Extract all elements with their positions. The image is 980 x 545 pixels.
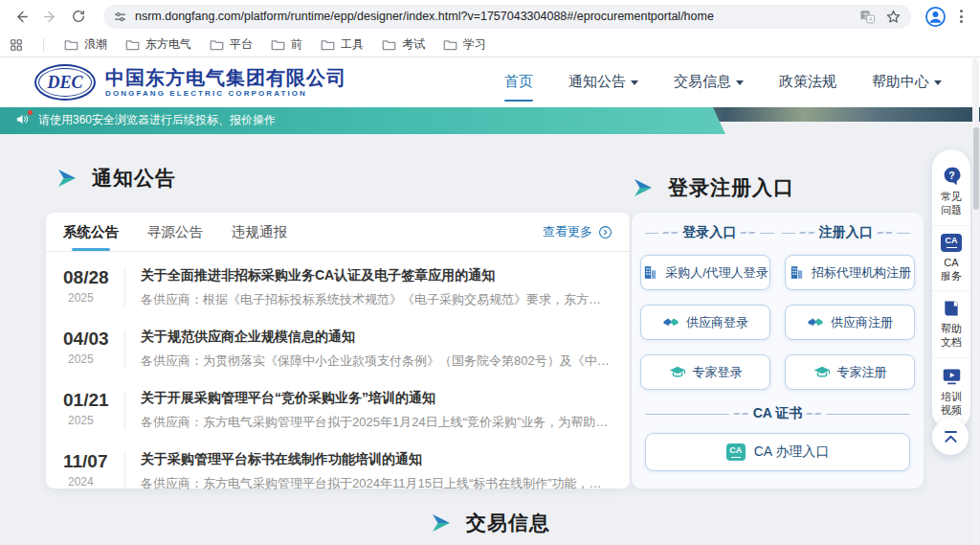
- forward-icon[interactable]: [38, 5, 61, 28]
- svg-text:A: A: [869, 16, 873, 22]
- nav-policies[interactable]: 政策法规: [779, 73, 836, 93]
- login-column-header: 登录入口: [641, 224, 778, 241]
- reload-icon[interactable]: [67, 5, 90, 28]
- announcement-title[interactable]: 关于全面推进非招标采购业务CA认证及电子签章应用的通知: [141, 267, 612, 284]
- announcement-row[interactable]: 11/07 2024 关于采购管理平台标书在线制作功能培训的通知 各供应商：东方…: [63, 441, 612, 502]
- nav-label: 首页: [504, 73, 533, 91]
- announcement-desc: 各供应商：根据《电子招标投标系统技术规范》《电子采购交易规范》要求，东方电气采购…: [141, 291, 612, 308]
- section-arrow-icon: [56, 167, 78, 190]
- announcement-title[interactable]: 关于规范供应商企业规模信息的通知: [141, 329, 612, 346]
- bookmark-label[interactable]: 平台: [230, 36, 253, 53]
- announcement-desc: 各供应商：为贯彻落实《保障中小企业款项支付条例》（国务院令第802号）及《中小企…: [141, 352, 612, 370]
- bookmark-label[interactable]: 浪潮: [84, 36, 107, 53]
- bookmark-folder[interactable]: 浪潮: [64, 36, 107, 53]
- dropdown-caret-icon: [631, 80, 638, 85]
- register-column-header: 注册入口: [778, 224, 915, 241]
- bookmarks-bar: 浪潮 东方电气 平台 前 工具 考试: [0, 33, 980, 57]
- bookmark-folder[interactable]: 工具: [321, 36, 364, 53]
- expert-register-button[interactable]: 专家注册: [785, 354, 915, 390]
- nav-label: 政策法规: [779, 73, 836, 91]
- supplier-login-button[interactable]: 供应商登录: [640, 305, 770, 340]
- browser-menu-icon[interactable]: [956, 6, 967, 27]
- announcement-row[interactable]: 08/28 2025 关于全面推进非招标采购业务CA认证及电子签章应用的通知 各…: [63, 257, 612, 318]
- tab-system-announcements[interactable]: 系统公告: [63, 213, 119, 251]
- divider: [124, 453, 125, 490]
- floating-sidebar: ? 常见问题 CA CA 服务 帮助文档 培训视频: [932, 149, 970, 430]
- supplier-register-button[interactable]: 供应商注册: [785, 305, 915, 340]
- chevron-circle-icon: [598, 225, 612, 239]
- bidding-agency-register-button[interactable]: 招标代理机构注册: [785, 255, 915, 290]
- announcement-date: 08/28 2025: [63, 267, 121, 305]
- back-to-top-button[interactable]: [932, 419, 969, 455]
- building-icon: [789, 264, 805, 281]
- announcement-title[interactable]: 关于开展采购管理平台“竞价采购业务”培训的通知: [141, 390, 612, 407]
- announcement-row[interactable]: 01/21 2025 关于开展采购管理平台“竞价采购业务”培训的通知 各供应商：…: [63, 379, 612, 441]
- ca-service-item[interactable]: CA CA 服务: [932, 225, 970, 291]
- browser-actions: [924, 6, 970, 28]
- tab-sourcing-announcements[interactable]: 寻源公告: [147, 213, 203, 251]
- announcements-section-title: 通知公告: [56, 165, 176, 192]
- site-settings-icon[interactable]: [113, 10, 127, 24]
- announcement-tabs: 系统公告 寻源公告 违规通报 查看更多: [46, 213, 630, 252]
- graduation-cap-icon: [813, 364, 831, 381]
- page: nsrm.dongfang.com/platform/runtime/epp/d…: [0, 0, 980, 545]
- apps-grid-icon[interactable]: [10, 38, 23, 52]
- nav-label: 帮助中心: [872, 73, 929, 91]
- url-text[interactable]: nsrm.dongfang.com/platform/runtime/epp/d…: [135, 10, 859, 23]
- section-arrow-icon: [632, 176, 655, 199]
- divider: [124, 330, 125, 368]
- graduation-cap-icon: [669, 364, 686, 381]
- bookmark-label[interactable]: 东方电气: [145, 36, 191, 53]
- bookmark-folder[interactable]: 考试: [382, 36, 425, 53]
- bookmark-label[interactable]: 工具: [341, 36, 364, 53]
- company-name-cn: 中国东方电气集团有限公司: [105, 67, 346, 89]
- company-logo[interactable]: DEC 中国东方电气集团有限公司 DONGFANG ELECTRIC CORPO…: [34, 64, 346, 101]
- translate-icon[interactable]: 文A: [859, 9, 876, 25]
- page-scrollbar[interactable]: [972, 58, 979, 545]
- bookmark-folder[interactable]: 平台: [210, 36, 253, 53]
- announcement-row[interactable]: 04/03 2025 关于规范供应商企业规模信息的通知 各供应商：为贯彻落实《保…: [63, 318, 612, 379]
- announcement-desc: 各供应商：东方电气采购管理平台拟于2024年11月15日上线“标书在线制作”功能…: [141, 475, 612, 492]
- scrollbar-thumb[interactable]: [973, 127, 979, 210]
- nav-announcements[interactable]: 通知公告: [568, 73, 638, 93]
- faq-item[interactable]: ? 常见问题: [932, 158, 970, 225]
- bookmark-star-icon[interactable]: [885, 9, 902, 25]
- company-name-en: DONGFANG ELECTRIC CORPORATION: [105, 89, 346, 98]
- building-icon: [642, 264, 658, 281]
- dropdown-caret-icon: [934, 80, 942, 85]
- bookmark-folder[interactable]: 学习: [443, 36, 486, 53]
- bookmarks-divider: [43, 38, 44, 52]
- divider: [124, 392, 125, 429]
- url-bar[interactable]: nsrm.dongfang.com/platform/runtime/epp/d…: [103, 5, 911, 29]
- help-docs-item[interactable]: 帮助文档: [932, 290, 970, 357]
- nav-trade-info[interactable]: 交易信息: [674, 73, 744, 93]
- announcement-date: 11/07 2024: [63, 451, 121, 488]
- login-panel: 登录入口 注册入口 采购人/代理人登录 招标代理机构注册 供应商登录: [632, 213, 924, 488]
- buyer-agent-login-button[interactable]: 采购人/代理人登录: [640, 255, 770, 290]
- announcement-list: 08/28 2025 关于全面推进非招标采购业务CA认证及电子签章应用的通知 各…: [46, 252, 630, 502]
- ca-card-icon: CA: [726, 443, 746, 461]
- bookmark-label[interactable]: 前: [291, 36, 302, 53]
- back-icon[interactable]: [10, 5, 33, 28]
- bookmark-label[interactable]: 学习: [463, 36, 486, 53]
- profile-avatar-icon[interactable]: [924, 6, 947, 28]
- bookmark-folder[interactable]: 前: [271, 36, 302, 53]
- ca-apply-button[interactable]: CA CA 办理入口: [645, 433, 910, 471]
- view-more-link[interactable]: 查看更多: [543, 223, 612, 240]
- nav-label: 交易信息: [674, 73, 731, 91]
- announcement-date: 04/03 2025: [63, 329, 121, 366]
- training-videos-item[interactable]: 培训视频: [932, 357, 970, 425]
- divider: [124, 269, 125, 307]
- announcement-title[interactable]: 关于采购管理平台标书在线制作功能培训的通知: [141, 451, 612, 468]
- tab-violation-reports[interactable]: 违规通报: [232, 213, 287, 251]
- notice-bar-text: 请使用360安全浏览器进行后续投标、报价操作: [38, 112, 276, 128]
- main-nav: 首页 通知公告 交易信息 政策法规 帮助中心: [504, 57, 942, 107]
- dec-logo-icon: DEC: [34, 64, 96, 101]
- nav-home[interactable]: 首页: [504, 73, 533, 93]
- expert-login-button[interactable]: 专家登录: [640, 354, 770, 390]
- nav-help-center[interactable]: 帮助中心: [872, 73, 942, 93]
- ca-card-icon: CA: [941, 234, 962, 252]
- alert-dot: [28, 110, 33, 115]
- bookmark-label[interactable]: 考试: [402, 36, 425, 53]
- bookmark-folder[interactable]: 东方电气: [125, 36, 191, 53]
